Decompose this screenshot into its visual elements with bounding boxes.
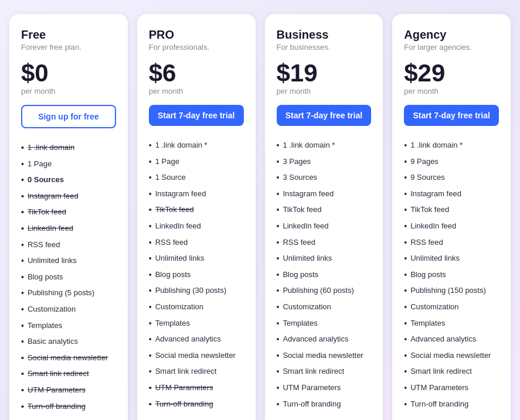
feature-item: Advanced analytics <box>404 332 499 348</box>
feature-item: Unlimited links <box>404 251 499 267</box>
feature-item: TikTok feed <box>21 204 116 221</box>
feature-item: Blog posts <box>404 267 499 284</box>
plan-name: PRO <box>149 28 244 42</box>
feature-item: Templates <box>21 318 116 334</box>
feature-item: Templates <box>404 316 499 332</box>
feature-item: UTM Parameters <box>149 380 244 397</box>
feature-item: Publishing (150 posts) <box>404 283 499 299</box>
feature-item: Publishing (30 posts) <box>149 283 244 299</box>
plan-period: per month <box>149 87 244 95</box>
plan-period: per month <box>21 87 116 95</box>
feature-item: Turn-off branding <box>21 399 116 415</box>
feature-item: Social media newsletter <box>21 350 116 367</box>
feature-item: 1 Page <box>21 156 116 173</box>
feature-item: Turn-off branding <box>404 397 499 413</box>
feature-item: Customization <box>404 299 499 316</box>
feature-item: TikTok feed <box>277 202 372 218</box>
feature-item: Turn-off branding <box>277 397 372 413</box>
feature-item: RSS feed <box>149 235 244 251</box>
feature-item: Social media newsletter <box>404 348 499 364</box>
feature-item: TikTok feed <box>404 202 499 218</box>
feature-item: UTM Parameters <box>21 383 116 399</box>
feature-item: LinkedIn feed <box>149 218 244 235</box>
feature-item: Templates <box>149 316 244 332</box>
plan-period: per month <box>404 87 499 95</box>
feature-item: UTM Parameters <box>277 380 372 397</box>
feature-item: Customization <box>277 299 372 316</box>
feature-item: Advanced analytics <box>149 332 244 348</box>
feature-item: Smart link redirect <box>277 364 372 380</box>
feature-item: Advanced analytics <box>277 332 372 348</box>
feature-item: Social media newsletter <box>149 348 244 364</box>
features-list: 1 .link domain1 Page0 SourcesInstagram f… <box>21 140 116 415</box>
plan-price: $29 <box>404 61 499 86</box>
feature-item: 3 Sources <box>277 170 372 186</box>
plan-card-free: FreeForever free plan.$0per monthSign up… <box>9 14 128 420</box>
feature-item: Templates <box>277 316 372 332</box>
plan-tagline: For businesses. <box>277 43 372 52</box>
agency-cta-button[interactable]: Start 7-day free trial <box>404 105 499 126</box>
plan-card-agency: AgencyFor larger agencies.$29per monthSt… <box>392 14 511 420</box>
plan-tagline: For professionals. <box>149 43 244 52</box>
feature-item: 1 .link domain * <box>404 138 499 154</box>
feature-item: LinkedIn feed <box>21 221 116 237</box>
feature-item: 1 Page <box>149 154 244 170</box>
feature-item: Smart link redirect <box>404 364 499 380</box>
feature-item: 0 Sources <box>21 172 116 189</box>
feature-item: Customization <box>21 302 116 318</box>
feature-item: Unlimited links <box>149 251 244 267</box>
pricing-grid: FreeForever free plan.$0per monthSign up… <box>9 14 511 420</box>
feature-item: Social media newsletter <box>277 348 372 364</box>
plan-price: $6 <box>149 61 244 86</box>
free-cta-button[interactable]: Sign up for free <box>21 105 116 128</box>
feature-item: 1 Source <box>149 170 244 186</box>
feature-item: UTM Parameters <box>404 380 499 397</box>
feature-item: Publishing (5 posts) <box>21 285 116 302</box>
feature-item: Instagram feed <box>277 186 372 203</box>
features-list: 1 .link domain *9 Pages9 SourcesInstagra… <box>404 138 499 415</box>
plan-card-pro: PROFor professionals.$6per monthStart 7-… <box>137 14 256 420</box>
feature-item: Smart link redirect <box>21 366 116 383</box>
plan-tagline: For larger agencies. <box>404 43 499 52</box>
feature-item: Blog posts <box>21 269 116 286</box>
plan-price: $19 <box>277 61 372 86</box>
feature-item: Smart link redirect <box>149 364 244 380</box>
feature-item: RSS feed <box>21 237 116 254</box>
plan-name: Free <box>21 28 116 42</box>
feature-item: 9 Pages <box>404 154 499 170</box>
feature-item: Basic analytics <box>21 334 116 350</box>
feature-item: Customization <box>149 299 244 316</box>
feature-item: 3 Pages <box>277 154 372 170</box>
features-list: 1 .link domain *1 Page1 SourceInstagram … <box>149 138 244 415</box>
feature-item: Blog posts <box>277 267 372 284</box>
plan-name: Business <box>277 28 372 42</box>
feature-item: 9 Sources <box>404 170 499 186</box>
feature-item: Instagram feed <box>21 189 116 205</box>
feature-item: Instagram feed <box>149 186 244 203</box>
feature-item: LinkedIn feed <box>404 218 499 235</box>
business-cta-button[interactable]: Start 7-day free trial <box>277 105 372 126</box>
features-list: 1 .link domain *3 Pages3 SourcesInstagra… <box>277 138 372 415</box>
feature-item: Publishing (60 posts) <box>277 283 372 299</box>
feature-item: Blog posts <box>149 267 244 284</box>
plan-card-business: BusinessFor businesses.$19per monthStart… <box>265 14 383 420</box>
feature-item: Instagram feed <box>404 186 499 203</box>
feature-item: 1 .link domain <box>21 140 116 156</box>
plan-period: per month <box>277 87 372 95</box>
plan-tagline: Forever free plan. <box>21 43 116 52</box>
feature-item: RSS feed <box>404 235 499 251</box>
feature-item: LinkedIn feed <box>277 218 372 235</box>
feature-item: Turn-off branding <box>149 397 244 413</box>
feature-item: 1 .link domain * <box>149 138 244 154</box>
feature-item: 1 .link domain * <box>277 138 372 154</box>
feature-item: Unlimited links <box>277 251 372 267</box>
plan-price: $0 <box>21 61 116 86</box>
feature-item: TikTok feed <box>149 202 244 218</box>
feature-item: RSS feed <box>277 235 372 251</box>
pro-cta-button[interactable]: Start 7-day free trial <box>149 105 244 126</box>
feature-item: Unlimited links <box>21 253 116 269</box>
plan-name: Agency <box>404 28 499 42</box>
